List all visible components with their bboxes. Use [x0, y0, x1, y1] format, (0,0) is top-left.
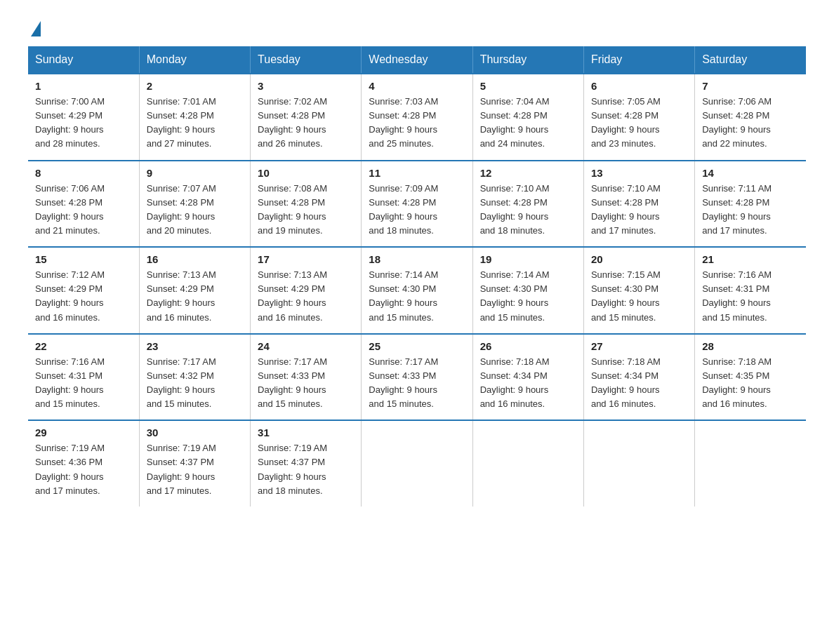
day-info: Sunrise: 7:13 AMSunset: 4:29 PMDaylight:… [258, 268, 354, 325]
calendar-cell: 21Sunrise: 7:16 AMSunset: 4:31 PMDayligh… [695, 247, 806, 334]
day-info: Sunrise: 7:19 AMSunset: 4:37 PMDaylight:… [147, 441, 243, 498]
logo [28, 21, 41, 32]
day-number: 12 [480, 167, 576, 179]
weekday-header-tuesday: Tuesday [251, 46, 362, 74]
day-info: Sunrise: 7:10 AMSunset: 4:28 PMDaylight:… [591, 182, 687, 239]
calendar-cell: 5Sunrise: 7:04 AMSunset: 4:28 PMDaylight… [472, 74, 583, 161]
calendar-week-row: 15Sunrise: 7:12 AMSunset: 4:29 PMDayligh… [28, 247, 806, 334]
logo-general-text [28, 21, 41, 36]
day-number: 16 [147, 253, 243, 265]
day-number: 8 [35, 167, 132, 179]
day-info: Sunrise: 7:16 AMSunset: 4:31 PMDaylight:… [702, 268, 799, 325]
calendar-cell: 26Sunrise: 7:18 AMSunset: 4:34 PMDayligh… [472, 334, 583, 421]
day-number: 22 [35, 340, 132, 352]
calendar-cell: 25Sunrise: 7:17 AMSunset: 4:33 PMDayligh… [362, 334, 472, 421]
calendar-cell: 31Sunrise: 7:19 AMSunset: 4:37 PMDayligh… [251, 420, 362, 507]
day-number: 5 [480, 80, 576, 92]
day-number: 26 [480, 340, 576, 352]
calendar-body: 1Sunrise: 7:00 AMSunset: 4:29 PMDaylight… [28, 74, 806, 507]
calendar-cell: 1Sunrise: 7:00 AMSunset: 4:29 PMDaylight… [28, 74, 139, 161]
day-info: Sunrise: 7:18 AMSunset: 4:35 PMDaylight:… [702, 355, 799, 412]
day-number: 29 [35, 427, 132, 438]
calendar-cell: 19Sunrise: 7:14 AMSunset: 4:30 PMDayligh… [472, 247, 583, 334]
calendar-cell: 18Sunrise: 7:14 AMSunset: 4:30 PMDayligh… [362, 247, 472, 334]
day-info: Sunrise: 7:19 AMSunset: 4:37 PMDaylight:… [258, 441, 354, 498]
calendar-cell: 29Sunrise: 7:19 AMSunset: 4:36 PMDayligh… [28, 420, 139, 507]
calendar-cell [362, 420, 472, 507]
calendar-cell [583, 420, 694, 507]
day-info: Sunrise: 7:17 AMSunset: 4:32 PMDaylight:… [147, 355, 243, 412]
calendar-cell: 22Sunrise: 7:16 AMSunset: 4:31 PMDayligh… [28, 334, 139, 421]
day-number: 10 [258, 167, 354, 179]
day-number: 11 [369, 167, 465, 179]
calendar-week-row: 1Sunrise: 7:00 AMSunset: 4:29 PMDaylight… [28, 74, 806, 161]
calendar-cell: 30Sunrise: 7:19 AMSunset: 4:37 PMDayligh… [139, 420, 250, 507]
calendar-cell: 27Sunrise: 7:18 AMSunset: 4:34 PMDayligh… [583, 334, 694, 421]
day-info: Sunrise: 7:07 AMSunset: 4:28 PMDaylight:… [147, 182, 243, 239]
calendar-cell: 16Sunrise: 7:13 AMSunset: 4:29 PMDayligh… [139, 247, 250, 334]
day-number: 27 [591, 340, 687, 352]
day-info: Sunrise: 7:15 AMSunset: 4:30 PMDaylight:… [591, 268, 687, 325]
day-number: 31 [258, 427, 354, 438]
calendar-header: SundayMondayTuesdayWednesdayThursdayFrid… [28, 46, 806, 74]
day-number: 19 [480, 253, 576, 265]
day-number: 13 [591, 167, 687, 179]
calendar-week-row: 8Sunrise: 7:06 AMSunset: 4:28 PMDaylight… [28, 161, 806, 248]
weekday-header-saturday: Saturday [695, 46, 806, 74]
calendar-cell: 23Sunrise: 7:17 AMSunset: 4:32 PMDayligh… [139, 334, 250, 421]
day-info: Sunrise: 7:01 AMSunset: 4:28 PMDaylight:… [147, 95, 243, 152]
day-number: 2 [147, 80, 243, 92]
calendar-cell: 12Sunrise: 7:10 AMSunset: 4:28 PMDayligh… [472, 161, 583, 248]
day-number: 1 [35, 80, 132, 92]
day-info: Sunrise: 7:03 AMSunset: 4:28 PMDaylight:… [369, 95, 465, 152]
calendar-cell: 3Sunrise: 7:02 AMSunset: 4:28 PMDaylight… [251, 74, 362, 161]
logo-triangle-icon [31, 21, 41, 36]
calendar-cell: 13Sunrise: 7:10 AMSunset: 4:28 PMDayligh… [583, 161, 694, 248]
calendar-cell: 2Sunrise: 7:01 AMSunset: 4:28 PMDaylight… [139, 74, 250, 161]
day-number: 6 [591, 80, 687, 92]
day-number: 21 [702, 253, 799, 265]
calendar-cell [695, 420, 806, 507]
day-info: Sunrise: 7:17 AMSunset: 4:33 PMDaylight:… [369, 355, 465, 412]
calendar-cell: 28Sunrise: 7:18 AMSunset: 4:35 PMDayligh… [695, 334, 806, 421]
day-number: 14 [702, 167, 799, 179]
calendar-cell [472, 420, 583, 507]
day-number: 30 [147, 427, 243, 438]
day-number: 25 [369, 340, 465, 352]
day-number: 4 [369, 80, 465, 92]
day-info: Sunrise: 7:13 AMSunset: 4:29 PMDaylight:… [147, 268, 243, 325]
day-info: Sunrise: 7:11 AMSunset: 4:28 PMDaylight:… [702, 182, 799, 239]
day-info: Sunrise: 7:06 AMSunset: 4:28 PMDaylight:… [35, 182, 132, 239]
day-info: Sunrise: 7:17 AMSunset: 4:33 PMDaylight:… [258, 355, 354, 412]
calendar-cell: 6Sunrise: 7:05 AMSunset: 4:28 PMDaylight… [583, 74, 694, 161]
day-number: 24 [258, 340, 354, 352]
day-info: Sunrise: 7:02 AMSunset: 4:28 PMDaylight:… [258, 95, 354, 152]
calendar-cell: 15Sunrise: 7:12 AMSunset: 4:29 PMDayligh… [28, 247, 139, 334]
day-number: 18 [369, 253, 465, 265]
calendar-cell: 20Sunrise: 7:15 AMSunset: 4:30 PMDayligh… [583, 247, 694, 334]
weekday-header-friday: Friday [583, 46, 694, 74]
weekday-header-monday: Monday [139, 46, 250, 74]
day-info: Sunrise: 7:04 AMSunset: 4:28 PMDaylight:… [480, 95, 576, 152]
calendar-cell: 11Sunrise: 7:09 AMSunset: 4:28 PMDayligh… [362, 161, 472, 248]
day-number: 7 [702, 80, 799, 92]
calendar-cell: 4Sunrise: 7:03 AMSunset: 4:28 PMDaylight… [362, 74, 472, 161]
calendar-cell: 24Sunrise: 7:17 AMSunset: 4:33 PMDayligh… [251, 334, 362, 421]
page-header [28, 21, 806, 32]
day-info: Sunrise: 7:05 AMSunset: 4:28 PMDaylight:… [591, 95, 687, 152]
day-info: Sunrise: 7:06 AMSunset: 4:28 PMDaylight:… [702, 95, 799, 152]
day-info: Sunrise: 7:09 AMSunset: 4:28 PMDaylight:… [369, 182, 465, 239]
calendar-table: SundayMondayTuesdayWednesdayThursdayFrid… [28, 46, 806, 507]
day-info: Sunrise: 7:08 AMSunset: 4:28 PMDaylight:… [258, 182, 354, 239]
day-info: Sunrise: 7:12 AMSunset: 4:29 PMDaylight:… [35, 268, 132, 325]
calendar-week-row: 29Sunrise: 7:19 AMSunset: 4:36 PMDayligh… [28, 420, 806, 507]
weekday-header-thursday: Thursday [472, 46, 583, 74]
calendar-cell: 7Sunrise: 7:06 AMSunset: 4:28 PMDaylight… [695, 74, 806, 161]
day-info: Sunrise: 7:18 AMSunset: 4:34 PMDaylight:… [591, 355, 687, 412]
weekday-header-sunday: Sunday [28, 46, 139, 74]
day-number: 9 [147, 167, 243, 179]
weekday-header-wednesday: Wednesday [362, 46, 472, 74]
day-info: Sunrise: 7:18 AMSunset: 4:34 PMDaylight:… [480, 355, 576, 412]
day-number: 17 [258, 253, 354, 265]
day-number: 15 [35, 253, 132, 265]
